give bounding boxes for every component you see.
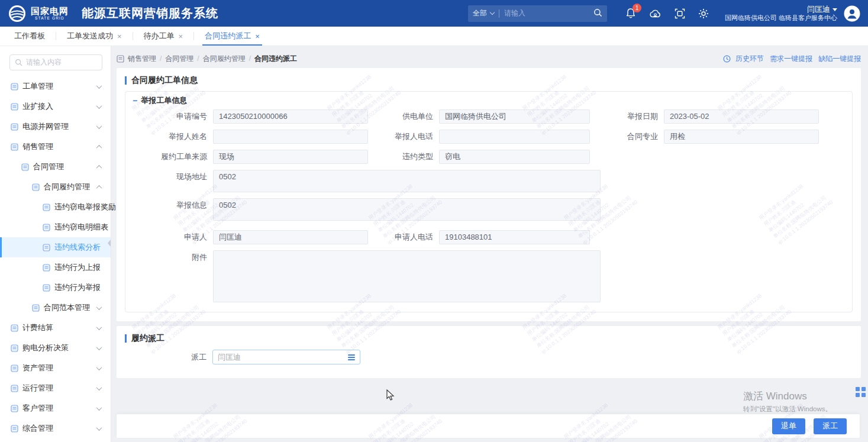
sidebar-item-电源并网管理[interactable]: 电源并网管理	[0, 117, 111, 137]
sidebar-item-label: 计费结算	[22, 322, 53, 333]
section-title-dispatch: 履约派工	[131, 333, 164, 344]
quick-link-需求一键提报[interactable]: 需求一键提报	[770, 54, 812, 64]
field-input-申请人[interactable]: 闫匡迪	[213, 230, 368, 244]
field-input-履约工单来源[interactable]: 现场	[213, 150, 368, 164]
user-menu[interactable]: 闫匡迪 国网临猗供电公司 临猗县客户服务中心	[725, 5, 837, 22]
search-scope-select[interactable]: 全部	[473, 8, 487, 18]
menu-doc-icon	[11, 324, 18, 332]
tab-label: 工作看板	[14, 31, 45, 41]
form-row: 附件	[125, 250, 852, 302]
work-order-info-card: 合同履约工单信息 − 举报工单信息 申请编号1423050210000066供电…	[117, 68, 861, 321]
breadcrumb-separator: /	[160, 54, 162, 63]
main-content: 销售管理/合同管理/合同履约管理/合同违约派工 历史环节需求一键提报缺陷一键提报…	[111, 46, 868, 442]
sidebar-item-合同履约管理[interactable]: 合同履约管理	[0, 177, 111, 197]
search-input[interactable]: 请输入	[504, 8, 593, 18]
collapse-toggle-icon[interactable]: −	[133, 96, 137, 105]
sidebar-item-综合管理[interactable]: 综合管理	[0, 418, 111, 438]
report-form: 申请编号1423050210000066供电单位国网临猗供电公司举报日期2023…	[125, 109, 852, 302]
fullscreen-scan-icon[interactable]	[675, 8, 685, 19]
menu-doc-icon	[11, 143, 18, 151]
field-input-举报人姓名[interactable]	[213, 130, 368, 144]
mouse-cursor	[386, 389, 395, 404]
field-label: 履约工单来源	[125, 150, 213, 164]
breadcrumb-item[interactable]: 合同管理	[165, 54, 193, 64]
global-search[interactable]: 全部 请输入	[468, 5, 607, 22]
dispatch-field-label: 派工	[125, 350, 212, 364]
sidebar-item-违约窃电明细表[interactable]: 违约窃电明细表	[0, 217, 111, 237]
menu-doc-icon	[11, 103, 18, 111]
sidebar-item-客户管理[interactable]: 客户管理	[0, 398, 111, 418]
field-textarea-附件[interactable]	[213, 250, 601, 302]
cloud-icon[interactable]	[649, 8, 662, 19]
chevron-up-icon	[96, 144, 102, 150]
field-label: 现场地址	[125, 170, 213, 184]
quick-link-历史环节[interactable]: 历史环节	[735, 54, 764, 64]
close-icon[interactable]: ×	[255, 32, 260, 41]
tab-bar: 工作看板工单发送成功×待办工单×合同违约派工×	[0, 27, 868, 46]
widget-grid-icon[interactable]	[856, 387, 866, 397]
sidebar-item-合同管理[interactable]: 合同管理	[0, 157, 111, 177]
menu-doc-icon	[43, 284, 50, 292]
sidebar-item-违约行为上报[interactable]: 违约行为上报	[0, 257, 111, 278]
sidebar-item-合同范本管理[interactable]: 合同范本管理	[0, 298, 111, 318]
menu-doc-icon	[11, 123, 18, 131]
dispatch-input[interactable]: 闫匡迪	[212, 350, 360, 364]
user-org: 国网临猗供电公司 临猗县客户服务中心	[725, 14, 837, 22]
field-input-申请编号[interactable]: 1423050210000066	[213, 109, 368, 124]
tab-separator	[193, 32, 194, 40]
sidebar-item-业扩接入[interactable]: 业扩接入	[0, 96, 111, 117]
field-input-合同专业[interactable]: 用检	[664, 130, 819, 144]
reject-button[interactable]: 退单	[772, 418, 805, 434]
sidebar-item-运行管理[interactable]: 运行管理	[0, 378, 111, 398]
sidebar-collapse-handle[interactable]	[108, 240, 111, 247]
tab-工单发送成功[interactable]: 工单发送成功×	[63, 27, 125, 46]
sidebar-item-违约行为举报[interactable]: 违约行为举报	[0, 278, 111, 298]
sidebar-item-违约窃电举报奖励[interactable]: 违约窃电举报奖励	[0, 197, 111, 217]
field-input-供电单位[interactable]: 国网临猗供电公司	[439, 109, 590, 124]
field-label: 附件	[125, 250, 213, 264]
field-textarea-举报信息[interactable]: 0502	[213, 198, 601, 221]
sidebar-item-销售管理[interactable]: 销售管理	[0, 137, 111, 157]
sidebar-search-input[interactable]: 请输入内容	[9, 54, 102, 70]
tab-label: 待办工单	[144, 31, 175, 41]
avatar[interactable]	[843, 5, 861, 22]
sidebar-item-label: 购电分析决策	[22, 343, 69, 353]
sidebar-item-资产管理[interactable]: 资产管理	[0, 358, 111, 378]
chevron-down-icon	[832, 8, 837, 11]
sidebar-item-计费结算[interactable]: 计费结算	[0, 318, 111, 338]
tab-工作看板[interactable]: 工作看板	[11, 27, 49, 46]
form-row: 现场地址0502	[125, 170, 852, 192]
sidebar-item-违约线索分析[interactable]: 违约线索分析	[0, 237, 111, 257]
breadcrumb-item[interactable]: 合同履约管理	[203, 54, 246, 64]
dispatch-button[interactable]: 派工	[814, 418, 847, 434]
tab-合同违约派工[interactable]: 合同违约派工×	[201, 27, 263, 46]
field-input-申请人电话[interactable]: 19103488101	[439, 230, 590, 244]
dispatch-value: 闫匡迪	[218, 352, 348, 363]
notifications-bell-icon[interactable]: 1	[625, 8, 636, 19]
field-input-举报人电话[interactable]	[439, 130, 590, 144]
close-icon[interactable]: ×	[117, 32, 122, 41]
field-input-举报日期[interactable]: 2023-05-02	[664, 109, 819, 124]
close-icon[interactable]: ×	[179, 32, 183, 41]
quick-link-缺陷一键提报[interactable]: 缺陷一键提报	[818, 54, 861, 64]
sidebar-item-label: 违约线索分析	[54, 242, 101, 253]
list-select-icon[interactable]	[348, 354, 355, 360]
form-field: 申请编号1423050210000066	[125, 109, 368, 124]
field-label: 供电单位	[368, 109, 439, 124]
breadcrumb-item: 合同违约派工	[254, 54, 297, 64]
field-input-违约类型[interactable]: 窃电	[439, 150, 590, 164]
search-icon[interactable]	[593, 8, 602, 19]
sidebar: 请输入内容 工单管理业扩接入电源并网管理销售管理合同管理合同履约管理违约窃电举报…	[0, 46, 111, 442]
field-label: 申请人电话	[368, 230, 439, 244]
sidebar-item-工单管理[interactable]: 工单管理	[0, 76, 111, 96]
user-name: 闫匡迪	[807, 5, 830, 14]
brand-name-cn: 国家电网	[31, 7, 69, 15]
menu-doc-icon	[11, 425, 18, 433]
dispatch-card: 履约派工 派工 闫匡迪	[117, 326, 861, 378]
tab-待办工单[interactable]: 待办工单×	[140, 27, 187, 46]
breadcrumb-item[interactable]: 销售管理	[128, 54, 156, 64]
settings-gear-icon[interactable]	[698, 8, 709, 19]
field-textarea-现场地址[interactable]: 0502	[213, 170, 601, 192]
sidebar-item-购电分析决策[interactable]: 购电分析决策	[0, 338, 111, 358]
form-row: 申请人闫匡迪申请人电话19103488101	[125, 230, 852, 244]
